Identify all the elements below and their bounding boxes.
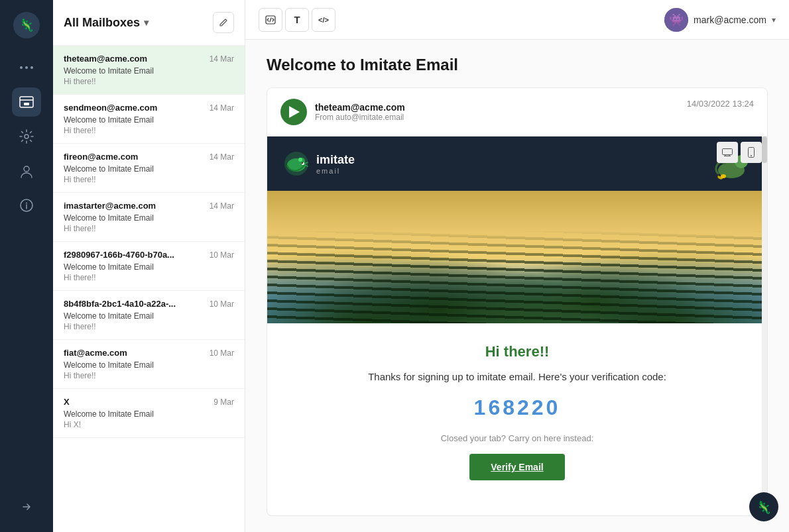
html-view-button[interactable]	[259, 8, 282, 32]
top-bar: T </> 👾 mark@acme.com ▾	[245, 0, 789, 40]
email-from: fireon@acme.com	[64, 152, 138, 162]
email-from: imastarter@acme.com	[64, 201, 156, 211]
nav-users[interactable]	[12, 156, 41, 186]
corner-logo[interactable]: 🦎	[749, 492, 778, 521]
email-list-item[interactable]: 8b4f8bfa-2bc1-4a10-a22a-... 10 Mar Welco…	[53, 291, 245, 340]
email-date: 14 Mar	[210, 201, 234, 211]
svg-point-17	[298, 158, 302, 162]
email-body-wrapper: imitate email	[267, 136, 767, 515]
user-chevron-icon: ▾	[772, 15, 776, 25]
svg-text:🦎: 🦎	[757, 500, 772, 515]
nav-rail: 🦎	[0, 0, 53, 532]
email-subject: Welcome to Imitate Email	[64, 164, 234, 174]
email-date: 10 Mar	[210, 348, 234, 358]
email-list-item[interactable]: sendmeon@acme.com 14 Mar Welcome to Imit…	[53, 95, 245, 144]
verification-code: 168220	[294, 396, 741, 420]
email-preview: Hi there!!	[64, 224, 234, 233]
email-subject: Welcome to Imitate Email	[64, 409, 234, 419]
nav-more[interactable]	[12, 53, 41, 82]
nav-settings[interactable]	[12, 122, 41, 151]
email-preview: Hi there!!	[64, 77, 234, 86]
svg-rect-32	[550, 201, 557, 323]
svg-line-40	[517, 191, 637, 323]
svg-rect-35	[703, 211, 710, 323]
text-view-button[interactable]: T	[285, 8, 309, 32]
scrollbar-track	[762, 136, 767, 515]
email-from: sendmeon@acme.com	[64, 103, 157, 113]
email-list-item[interactable]: theteam@acme.com 14 Mar Welcome to Imita…	[53, 46, 245, 95]
code-icon: </>	[318, 16, 329, 24]
email-subject: Welcome to Imitate Email	[64, 360, 234, 370]
edit-button[interactable]	[213, 12, 234, 33]
imitate-email-header: imitate email	[267, 136, 767, 191]
svg-point-4	[30, 66, 33, 69]
sidebar-title-text: All Mailboxes	[64, 16, 140, 30]
email-list-item[interactable]: imastarter@acme.com 14 Mar Welcome to Im…	[53, 193, 245, 242]
email-timestamp: 14/03/2022 13:24	[687, 99, 754, 109]
email-template: imitate email	[267, 136, 767, 515]
email-card: theteam@acme.com From auto@imitate.email…	[267, 87, 768, 516]
user-info[interactable]: 👾 mark@acme.com ▾	[664, 8, 776, 32]
email-list-item[interactable]: fireon@acme.com 14 Mar Welcome to Imitat…	[53, 144, 245, 193]
svg-point-7	[25, 134, 29, 138]
nav-inbox[interactable]	[12, 87, 41, 117]
svg-rect-31	[497, 207, 506, 323]
sidebar: All Mailboxes ▾ theteam@acme.com 14 Mar …	[53, 0, 245, 532]
email-list-item[interactable]: fiat@acme.com 10 Mar Welcome to Imitate …	[53, 340, 245, 389]
svg-rect-41	[723, 149, 733, 155]
email-date: 14 Mar	[210, 152, 234, 162]
all-mailboxes-dropdown[interactable]: All Mailboxes ▾	[64, 16, 149, 30]
svg-rect-34	[656, 196, 666, 323]
svg-text:🦎: 🦎	[19, 18, 34, 32]
text-icon: T	[294, 14, 300, 25]
user-email-label: mark@acme.com	[694, 15, 766, 25]
email-from: X	[64, 397, 70, 407]
email-date: 10 Mar	[210, 250, 234, 260]
email-list: theteam@acme.com 14 Mar Welcome to Imita…	[53, 46, 245, 532]
sender-info: theteam@acme.com From auto@imitate.email	[280, 99, 405, 125]
sender-details: theteam@acme.com From auto@imitate.email	[315, 102, 405, 122]
svg-point-3	[25, 66, 28, 69]
forest-image	[267, 191, 767, 323]
chevron-down-icon: ▾	[144, 17, 149, 28]
email-from: fiat@acme.com	[64, 348, 127, 358]
svg-rect-28	[345, 204, 351, 323]
email-date: 10 Mar	[210, 299, 234, 309]
email-list-item[interactable]: X 9 Mar Welcome to Imitate Email Hi X!	[53, 389, 245, 438]
email-date: 14 Mar	[210, 103, 234, 113]
email-subject: Welcome to Imitate Email	[64, 66, 234, 76]
scrollbar-thumb[interactable]	[762, 136, 767, 163]
toolbar-buttons: T </>	[259, 8, 335, 32]
code-view-button[interactable]: </>	[312, 8, 335, 32]
email-from: f2980967-166b-4760-b70a...	[64, 250, 174, 260]
email-preview: Hi X!	[64, 420, 234, 429]
imitate-logo-text: imitate	[316, 153, 355, 166]
verify-email-button[interactable]: Verify Email	[469, 454, 564, 480]
nav-info[interactable]	[12, 191, 41, 220]
app-logo[interactable]: 🦎	[12, 11, 41, 40]
svg-line-38	[398, 191, 517, 323]
email-preview: Hi there!!	[64, 126, 234, 135]
email-date: 14 Mar	[210, 54, 234, 64]
device-view-icons	[717, 142, 762, 163]
email-list-item[interactable]: f2980967-166b-4760-b70a... 10 Mar Welcom…	[53, 242, 245, 291]
email-preview: Hi there!!	[64, 371, 234, 380]
main-content: T </> 👾 mark@acme.com ▾ Welcome to Imita…	[245, 0, 789, 532]
greeting-text: Hi there!!	[294, 343, 741, 360]
desktop-view-button[interactable]	[717, 142, 738, 163]
email-subject: Welcome to Imitate Email	[64, 262, 234, 272]
email-subject: Welcome to Imitate Email	[64, 115, 234, 125]
sidebar-header: All Mailboxes ▾	[53, 0, 245, 46]
svg-rect-5	[20, 97, 33, 107]
mobile-view-button[interactable]	[741, 142, 762, 163]
svg-rect-30	[451, 197, 458, 323]
imitate-logo: imitate email	[283, 150, 355, 177]
nav-expand-arrow[interactable]	[12, 492, 41, 521]
email-card-header: theteam@acme.com From auto@imitate.email…	[267, 88, 767, 136]
svg-rect-33	[603, 214, 611, 323]
email-subject-title: Welcome to Imitate Email	[267, 56, 768, 74]
svg-point-25	[721, 174, 726, 178]
svg-point-8	[24, 166, 29, 172]
imitate-logo-subtext: email	[316, 167, 355, 175]
email-content-body: Hi there!! Thanks for signing up to imit…	[267, 323, 767, 500]
